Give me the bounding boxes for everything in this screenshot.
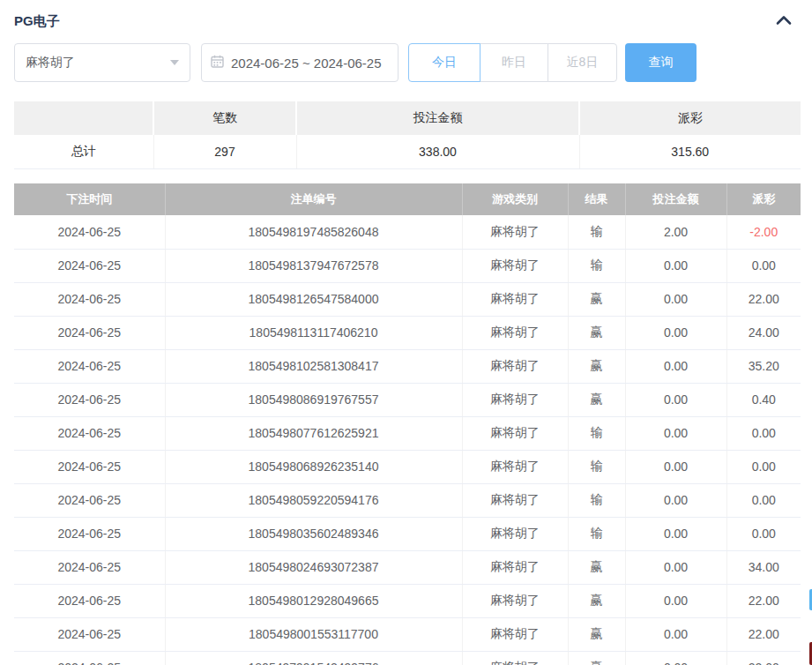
cell-payout: 22.00 xyxy=(726,617,801,651)
cell-payout: 22.00 xyxy=(726,282,801,316)
cell-bet-time: 2024-06-25 xyxy=(14,450,165,483)
summary-table: 笔数 投注金额 派彩 总计 297 338.00 315.60 xyxy=(14,101,801,169)
cell-bet-time: 2024-06-25 xyxy=(14,517,165,550)
yesterday-button[interactable]: 昨日 xyxy=(480,43,548,82)
cell-game-type: 麻将胡了 xyxy=(462,282,568,316)
cell-bet-id: 1805497991543499776 xyxy=(165,651,462,665)
cell-result: 输 xyxy=(568,450,625,483)
query-button[interactable]: 查询 xyxy=(625,43,697,82)
today-button[interactable]: 今日 xyxy=(408,43,480,82)
table-row: 2024-06-25 1805498113117406210 麻将胡了 赢 0.… xyxy=(14,316,801,349)
cell-result: 赢 xyxy=(568,383,625,416)
cell-bet-id: 1805498113117406210 xyxy=(165,316,462,349)
cell-payout: 0.00 xyxy=(726,249,801,282)
cell-payout: 0.00 xyxy=(726,517,801,550)
bet-records-table: 下注时间 注单编号 游戏类别 结果 投注金额 派彩 2024-06-25 180… xyxy=(14,183,801,665)
cell-result: 输 xyxy=(568,249,625,282)
cell-bet-id: 1805498012928049665 xyxy=(165,584,462,617)
cell-game-type: 麻将胡了 xyxy=(462,349,568,383)
cell-bet-amount: 0.00 xyxy=(625,483,726,517)
cell-bet-amount: 0.00 xyxy=(625,617,726,651)
last-8-days-button[interactable]: 近8日 xyxy=(548,43,617,82)
cell-payout: 22.00 xyxy=(726,651,801,665)
date-range-input[interactable]: 2024-06-25 ~ 2024-06-25 xyxy=(201,43,399,82)
quick-date-button-group: 今日 昨日 近8日 xyxy=(408,43,617,82)
cell-game-type: 麻将胡了 xyxy=(462,316,568,349)
table-row: 2024-06-25 1805498012928049665 麻将胡了 赢 0.… xyxy=(14,584,801,617)
cell-payout: 34.00 xyxy=(726,550,801,584)
summary-total-label: 总计 xyxy=(14,135,153,168)
cell-result: 赢 xyxy=(568,282,625,316)
cell-payout: 0.00 xyxy=(726,416,801,450)
calendar-icon xyxy=(211,55,224,71)
cell-game-type: 麻将胡了 xyxy=(462,550,568,584)
cell-payout: 24.00 xyxy=(726,316,801,349)
table-row: 2024-06-25 1805498068926235140 麻将胡了 输 0.… xyxy=(14,450,801,483)
table-row: 2024-06-25 1805498126547584000 麻将胡了 赢 0.… xyxy=(14,282,801,316)
cell-bet-time: 2024-06-25 xyxy=(14,584,165,617)
cell-result: 输 xyxy=(568,215,625,249)
cell-bet-time: 2024-06-25 xyxy=(14,651,165,665)
cell-bet-amount: 2.00 xyxy=(625,215,726,249)
cell-game-type: 麻将胡了 xyxy=(462,383,568,416)
cell-result: 输 xyxy=(568,416,625,450)
cell-bet-time: 2024-06-25 xyxy=(14,349,165,383)
collapse-panel-button[interactable] xyxy=(773,12,794,30)
cell-bet-amount: 0.00 xyxy=(625,584,726,617)
header-result: 结果 xyxy=(568,183,625,215)
cell-bet-time: 2024-06-25 xyxy=(14,316,165,349)
cell-payout: 0.40 xyxy=(726,383,801,416)
table-row: 2024-06-25 1805498024693072387 麻将胡了 赢 0.… xyxy=(14,550,801,584)
filter-bar: 麻将胡了 2024-06-25 ~ 2024-06-25 今日 昨日 近8日 查… xyxy=(14,43,798,82)
cell-bet-id: 1805498137947672578 xyxy=(165,249,462,282)
cell-bet-amount: 0.00 xyxy=(625,282,726,316)
cell-payout: -2.00 xyxy=(726,215,801,249)
summary-total-row: 总计 297 338.00 315.60 xyxy=(14,135,801,168)
cell-result: 赢 xyxy=(568,651,625,665)
cell-result: 输 xyxy=(568,483,625,517)
cell-payout: 22.00 xyxy=(726,584,801,617)
cell-bet-amount: 0.00 xyxy=(625,349,726,383)
chevron-up-icon xyxy=(776,13,792,29)
bet-table-header-row: 下注时间 注单编号 游戏类别 结果 投注金额 派彩 xyxy=(14,183,801,215)
cell-result: 赢 xyxy=(568,584,625,617)
cell-payout: 0.00 xyxy=(726,483,801,517)
cell-game-type: 麻将胡了 xyxy=(462,416,568,450)
header-payout: 派彩 xyxy=(726,183,801,215)
cell-result: 赢 xyxy=(568,316,625,349)
game-select[interactable]: 麻将胡了 xyxy=(14,43,190,82)
cell-payout: 35.20 xyxy=(726,349,801,383)
table-row: 2024-06-25 1805498137947672578 麻将胡了 输 0.… xyxy=(14,249,801,282)
cell-bet-time: 2024-06-25 xyxy=(14,215,165,249)
cell-bet-time: 2024-06-25 xyxy=(14,550,165,584)
cell-bet-amount: 0.00 xyxy=(625,316,726,349)
table-row: 2024-06-25 1805498001553117700 麻将胡了 赢 0.… xyxy=(14,617,801,651)
game-select-value: 麻将胡了 xyxy=(26,55,75,71)
cell-bet-amount: 0.00 xyxy=(625,651,726,665)
chevron-down-icon xyxy=(170,60,179,65)
table-row: 2024-06-25 1805498077612625921 麻将胡了 输 0.… xyxy=(14,416,801,450)
cell-game-type: 麻将胡了 xyxy=(462,517,568,550)
cell-bet-time: 2024-06-25 xyxy=(14,282,165,316)
cell-bet-id: 1805498197485826048 xyxy=(165,215,462,249)
cell-bet-id: 1805498059220594176 xyxy=(165,483,462,517)
cell-game-type: 麻将胡了 xyxy=(462,584,568,617)
summary-total-bet-amount: 338.00 xyxy=(296,135,579,168)
cell-bet-time: 2024-06-25 xyxy=(14,483,165,517)
cell-game-type: 麻将胡了 xyxy=(462,483,568,517)
cell-bet-time: 2024-06-25 xyxy=(14,416,165,450)
cell-game-type: 麻将胡了 xyxy=(462,651,568,665)
cell-bet-time: 2024-06-25 xyxy=(14,617,165,651)
header-bet-time: 下注时间 xyxy=(14,183,165,215)
summary-header-row: 笔数 投注金额 派彩 xyxy=(14,101,801,135)
header-game-type: 游戏类别 xyxy=(462,183,568,215)
cell-bet-id: 1805498068926235140 xyxy=(165,450,462,483)
cell-result: 赢 xyxy=(568,617,625,651)
pg-games-panel: PG电子 麻将胡了 2024-06-25 ~ 2024-06-25 今日 昨日 … xyxy=(0,0,812,665)
cell-bet-amount: 0.00 xyxy=(625,517,726,550)
panel-header: PG电子 xyxy=(0,0,812,30)
summary-total-payout: 315.60 xyxy=(579,135,801,168)
table-row: 2024-06-25 1805498197485826048 麻将胡了 输 2.… xyxy=(14,215,801,249)
summary-header-payout: 派彩 xyxy=(579,101,801,135)
cell-result: 赢 xyxy=(568,349,625,383)
